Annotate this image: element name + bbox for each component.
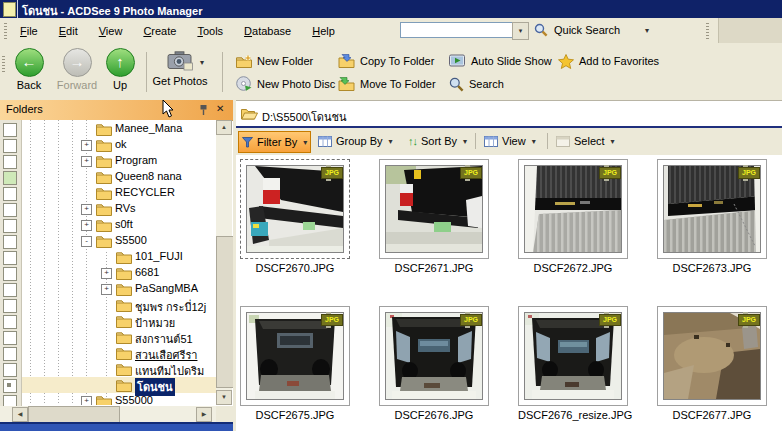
move-to-folder-button[interactable]: Move To Folder bbox=[338, 75, 436, 93]
thumbnail-filename[interactable]: DSCF2676.JPG bbox=[379, 409, 489, 421]
pin-icon[interactable] bbox=[199, 104, 208, 116]
new-folder-button[interactable]: New Folder bbox=[236, 52, 313, 70]
tree-item-แทนทีมไปดริม[interactable]: แทนทีมไปดริม bbox=[22, 361, 216, 377]
menu-item-help[interactable]: Help bbox=[304, 22, 343, 40]
thumbnail-frame[interactable]: JPG bbox=[240, 159, 350, 259]
menu-item-create[interactable]: Create bbox=[135, 22, 184, 40]
tree-expander-icon[interactable]: + bbox=[81, 220, 92, 231]
up-button[interactable]: ↑ Up bbox=[102, 48, 138, 91]
tree-item-โดนชน[interactable]: โดนชน bbox=[22, 377, 216, 393]
tree-expander-icon[interactable]: + bbox=[81, 396, 92, 405]
tree-item-pasangmba[interactable]: +PaSangMBA bbox=[22, 281, 216, 297]
easy-select-checkbox[interactable] bbox=[3, 219, 17, 233]
folders-panel-header[interactable]: Folders ✕ bbox=[0, 100, 233, 121]
easy-select-checkbox[interactable] bbox=[3, 187, 17, 201]
menu-item-file[interactable]: File bbox=[12, 22, 46, 40]
tree-expander-icon[interactable]: + bbox=[101, 268, 112, 279]
folder-label[interactable]: RECYCLER bbox=[115, 186, 175, 198]
close-icon[interactable]: ✕ bbox=[216, 103, 224, 114]
scroll-right-button[interactable]: ▶ bbox=[196, 407, 212, 422]
thumbnail-item[interactable]: JPG DSCF2670.JPG bbox=[240, 159, 350, 274]
new-photo-disc-button[interactable]: New Photo Disc bbox=[236, 75, 335, 93]
tree-item-ชุมพร-กระบี่12j[interactable]: ชุมพร กระบี่12j bbox=[22, 297, 216, 313]
folder-label[interactable]: s0ft bbox=[115, 218, 133, 230]
folder-label[interactable]: S5500 bbox=[115, 234, 147, 246]
tree-item-สงกรานต์51[interactable]: สงกรานต์51 bbox=[22, 329, 216, 345]
thumbnail-filename[interactable]: DSCF2675.JPG bbox=[240, 409, 350, 421]
folder-label[interactable]: PaSangMBA bbox=[135, 282, 198, 294]
easy-select-checkbox[interactable] bbox=[3, 123, 17, 137]
folder-label[interactable]: RVs bbox=[115, 202, 136, 214]
tree-item-ป้าหมวย[interactable]: ป้าหมวย bbox=[22, 313, 216, 329]
get-photos-dropdown-icon[interactable]: ▾ bbox=[200, 58, 204, 67]
select-button[interactable]: Select ▾ bbox=[556, 131, 615, 151]
thumbnail-filename[interactable]: DSCF2670.JPG bbox=[240, 262, 350, 274]
easy-select-checkbox[interactable] bbox=[3, 267, 17, 281]
menu-item-database[interactable]: Database bbox=[236, 22, 299, 40]
thumbnail-item[interactable]: JPG DSCF2676_resize.JPG bbox=[518, 306, 628, 421]
folder-label[interactable]: Queen8 nana bbox=[115, 170, 182, 182]
tree-item-queen8-nana[interactable]: Queen8 nana bbox=[22, 169, 216, 185]
thumbnail-frame[interactable]: JPG bbox=[379, 306, 489, 406]
main-toolbar-grip[interactable] bbox=[2, 56, 5, 72]
thumbnail-item[interactable]: JPG DSCF2675.JPG bbox=[240, 306, 350, 421]
thumbnail-frame[interactable]: JPG bbox=[518, 306, 628, 406]
thumbnail-item[interactable]: JPG DSCF2676.JPG bbox=[379, 306, 489, 421]
tree-expander-icon[interactable]: + bbox=[81, 204, 92, 215]
scroll-down-button[interactable]: ▼ bbox=[216, 390, 232, 405]
easy-select-checkbox[interactable] bbox=[3, 139, 17, 153]
quick-search-label[interactable]: Quick Search bbox=[554, 24, 620, 36]
easy-select-checkbox[interactable] bbox=[3, 315, 17, 329]
thumbnail-frame[interactable]: JPG bbox=[379, 159, 489, 259]
easy-select-checkbox[interactable] bbox=[3, 363, 17, 377]
back-button[interactable]: ← Back bbox=[6, 48, 52, 91]
sort-by-button[interactable]: ↑↓ Sort By ▾ bbox=[408, 131, 467, 151]
easy-select-checkbox[interactable] bbox=[3, 171, 17, 185]
folder-label[interactable]: S55000 bbox=[115, 394, 153, 405]
thumbnail-item[interactable]: JPG DSCF2673.JPG bbox=[657, 159, 767, 274]
thumbnail-frame[interactable]: JPG bbox=[518, 159, 628, 259]
quick-search-dropdown-icon[interactable]: ▾ bbox=[645, 26, 649, 35]
tree-item-s5500[interactable]: -S5500 bbox=[22, 233, 216, 249]
tree-expander-icon[interactable]: + bbox=[101, 284, 112, 295]
easy-select-checkbox[interactable] bbox=[3, 251, 17, 265]
tree-item-6681[interactable]: +6681 bbox=[22, 265, 216, 281]
thumbnail-filename[interactable]: DSCF2677.JPG bbox=[657, 409, 767, 421]
tree-item-manee_mana[interactable]: Manee_Mana bbox=[22, 121, 216, 137]
quick-search-icon[interactable] bbox=[534, 23, 548, 37]
easy-select-checkbox[interactable] bbox=[3, 235, 17, 249]
tree-item-s55000[interactable]: +S55000 bbox=[22, 393, 216, 405]
address-bar[interactable]: D:\S5500\โดนชน bbox=[236, 100, 782, 127]
search-button[interactable]: Search bbox=[449, 75, 504, 93]
tree-expander-icon[interactable]: - bbox=[81, 236, 92, 247]
thumbnail-filename[interactable]: DSCF2671.JPG bbox=[379, 262, 489, 274]
thumbnail-frame[interactable]: JPG bbox=[240, 306, 350, 406]
tree-item-101_fuji[interactable]: 101_FUJI bbox=[22, 249, 216, 265]
copy-to-folder-button[interactable]: Copy To Folder bbox=[338, 52, 434, 70]
folder-label[interactable]: 6681 bbox=[135, 266, 159, 278]
easy-select-checkbox[interactable] bbox=[3, 155, 17, 169]
tree-expander-icon[interactable]: + bbox=[81, 140, 92, 151]
tree-item-rvs[interactable]: +RVs bbox=[22, 201, 216, 217]
thumbnail-item[interactable]: JPG DSCF2677.JPG bbox=[657, 306, 767, 421]
filter-by-button[interactable]: Filter By ▾ bbox=[238, 131, 311, 153]
thumbnail-item[interactable]: JPG DSCF2671.JPG bbox=[379, 159, 489, 274]
group-by-button[interactable]: Group By ▾ bbox=[318, 131, 392, 151]
thumbnail-filename[interactable]: DSCF2672.JPG bbox=[518, 262, 628, 274]
easy-select-checkbox[interactable] bbox=[3, 331, 17, 345]
get-photos-button[interactable]: Get Photos bbox=[152, 48, 208, 87]
menu-item-view[interactable]: View bbox=[91, 22, 131, 40]
easy-select-checkbox[interactable] bbox=[3, 283, 17, 297]
folder-label[interactable]: Program bbox=[115, 154, 157, 166]
view-button[interactable]: View ▾ bbox=[484, 131, 536, 151]
add-to-favorites-button[interactable]: Add to Favorites bbox=[558, 52, 659, 70]
quick-search-input[interactable] bbox=[400, 22, 516, 38]
scroll-left-button[interactable]: ◀ bbox=[12, 407, 28, 422]
folder-label[interactable]: ok bbox=[115, 138, 127, 150]
menu-item-edit[interactable]: Edit bbox=[51, 22, 86, 40]
thumbnail-item[interactable]: JPG DSCF2672.JPG bbox=[518, 159, 628, 274]
thumbnail-filename[interactable]: DSCF2676_resize.JPG bbox=[518, 409, 628, 421]
tree-item-s0ft[interactable]: +s0ft bbox=[22, 217, 216, 233]
thumbnail-filename[interactable]: DSCF2673.JPG bbox=[657, 262, 767, 274]
toolbar-grip-right[interactable] bbox=[706, 23, 709, 39]
